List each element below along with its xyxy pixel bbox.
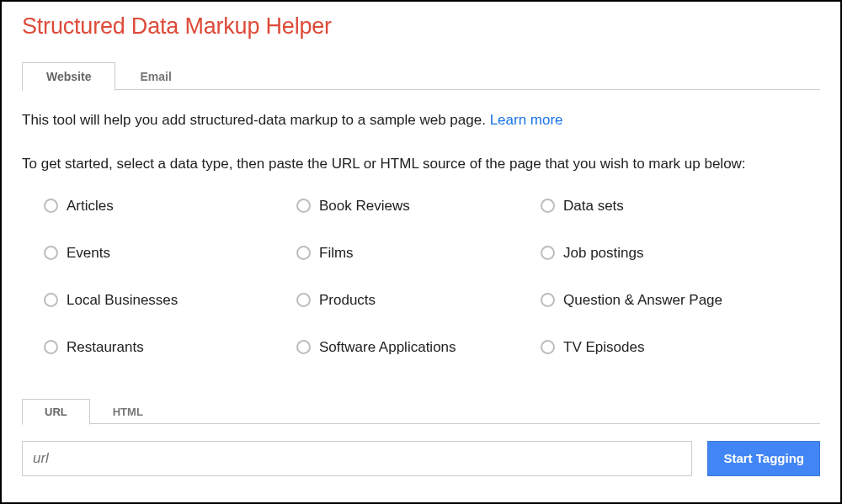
- getting-started-text: To get started, select a data type, then…: [22, 154, 820, 174]
- option-label: Products: [319, 292, 376, 309]
- radio-icon: [296, 293, 311, 307]
- radio-icon: [44, 293, 58, 307]
- option-films[interactable]: Films: [296, 245, 541, 262]
- option-job-postings[interactable]: Job postings: [541, 245, 793, 262]
- option-events[interactable]: Events: [44, 245, 296, 262]
- tab-email[interactable]: Email: [115, 62, 195, 91]
- option-label: Software Applications: [319, 339, 456, 356]
- source-type-tabs: Website Email: [22, 61, 820, 90]
- tab-html[interactable]: HTML: [90, 399, 166, 425]
- data-type-grid: Articles Book Reviews Data sets Events F…: [44, 198, 820, 356]
- page-title: Structured Data Markup Helper: [22, 13, 820, 40]
- radio-icon: [541, 293, 555, 307]
- option-software-apps[interactable]: Software Applications: [296, 339, 541, 356]
- radio-icon: [541, 246, 555, 260]
- option-tv-episodes[interactable]: TV Episodes: [541, 339, 793, 356]
- option-local-businesses[interactable]: Local Businesses: [44, 292, 296, 309]
- radio-icon: [44, 340, 58, 354]
- option-label: Data sets: [563, 198, 624, 215]
- radio-icon: [541, 199, 555, 213]
- start-tagging-button[interactable]: Start Tagging: [707, 441, 820, 476]
- url-input[interactable]: [22, 441, 692, 476]
- option-restaurants[interactable]: Restaurants: [44, 339, 296, 356]
- option-products[interactable]: Products: [296, 292, 541, 309]
- option-label: Job postings: [563, 245, 643, 262]
- input-mode-tabs: URL HTML: [22, 398, 820, 424]
- option-label: Articles: [67, 198, 114, 215]
- intro-part1: This tool will help you add structured-d…: [22, 112, 490, 128]
- option-label: Events: [67, 245, 110, 262]
- input-row: Start Tagging: [22, 441, 820, 476]
- radio-icon: [44, 199, 58, 213]
- radio-icon: [296, 340, 311, 354]
- learn-more-link[interactable]: Learn more: [490, 112, 563, 128]
- intro-text: This tool will help you add structured-d…: [22, 110, 820, 130]
- tab-url[interactable]: URL: [22, 399, 90, 425]
- radio-icon: [541, 340, 555, 354]
- option-label: Local Businesses: [67, 292, 178, 309]
- radio-icon: [296, 199, 311, 213]
- app-frame: Structured Data Markup Helper Website Em…: [0, 0, 842, 504]
- option-data-sets[interactable]: Data sets: [541, 198, 793, 215]
- option-label: Book Reviews: [319, 198, 410, 215]
- tab-website[interactable]: Website: [22, 62, 115, 91]
- radio-icon: [296, 246, 311, 260]
- option-book-reviews[interactable]: Book Reviews: [296, 198, 541, 215]
- option-label: Question & Answer Page: [563, 292, 722, 309]
- radio-icon: [44, 246, 58, 260]
- option-qa-page[interactable]: Question & Answer Page: [541, 292, 793, 309]
- option-label: Restaurants: [67, 339, 144, 356]
- option-label: Films: [319, 245, 354, 262]
- option-articles[interactable]: Articles: [44, 198, 296, 215]
- option-label: TV Episodes: [563, 339, 644, 356]
